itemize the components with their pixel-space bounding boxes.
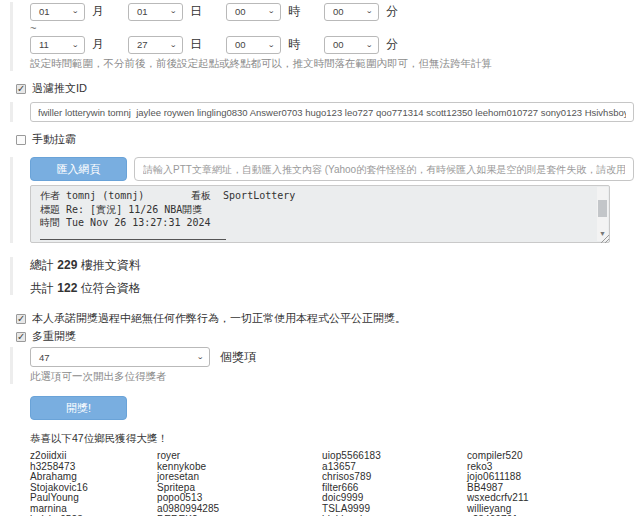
chevron-down-icon: ⌄	[267, 41, 275, 48]
manual-slot-checkbox[interactable]	[16, 135, 26, 145]
start-day-select[interactable]: 01 ⌄	[128, 3, 183, 21]
winner-name: willieyang	[467, 504, 634, 515]
time-range-end-row: 11 ⌄ 月 27 ⌄ 日 00 ⌄ 時 00 ⌄ 分	[30, 35, 634, 54]
import-section: 匯入網頁 作者 tomnj (tomnj) 看板 SportLottery 標題…	[10, 157, 634, 243]
end-month-select[interactable]: 11 ⌄	[30, 36, 85, 54]
chevron-down-icon: ⌄	[169, 41, 177, 48]
winner-column: uiop5566183a13657chrisos789filter666doic…	[322, 451, 467, 516]
chevron-down-icon: ⌄	[267, 8, 275, 15]
end-day-value: 27	[137, 39, 148, 50]
prize-count-suffix: 個獎項	[220, 349, 256, 366]
article-divider	[40, 230, 226, 240]
totals-section: 總計 229 樓推文資料 共計 122 位符合資格	[10, 257, 634, 295]
month-label: 月	[92, 36, 104, 53]
day-label: 日	[190, 36, 202, 53]
minute-label: 分	[386, 36, 398, 53]
multi-draw-row: 多重開獎	[16, 329, 634, 344]
import-row: 匯入網頁	[30, 157, 634, 181]
hour-label: 時	[288, 36, 300, 53]
draw-button[interactable]: 開獎!	[30, 396, 127, 420]
time-range-section: 01 ⌄ 月 01 ⌄ 日 00 ⌄ 時 00 ⌄ 分 ~ 11	[10, 2, 634, 71]
end-day-select[interactable]: 27 ⌄	[128, 36, 183, 54]
start-minute-select[interactable]: 00 ⌄	[324, 3, 379, 21]
start-hour-value: 00	[235, 6, 246, 17]
article-content-textarea[interactable]: 作者 tomnj (tomnj) 看板 SportLottery 標題 Re: …	[30, 185, 610, 243]
manual-slot-label: 手動拉霸	[32, 132, 76, 147]
winners-headline: 恭喜以下47位鄉民獲得大獎！	[30, 432, 634, 446]
winner-name: z2oiidxii	[30, 451, 157, 462]
start-minute-value: 00	[333, 6, 344, 17]
winners-grid: z2oiidxiih3258473AbrahamgStojakovic16Pau…	[30, 451, 634, 516]
draw-button-block: 開獎!	[10, 396, 634, 420]
winner-name: royer	[157, 451, 322, 462]
multi-draw-label: 多重開獎	[32, 329, 76, 344]
end-minute-select[interactable]: 00 ⌄	[324, 36, 379, 54]
winner-column: compiler520reko3jojo0611188BB4987wsxedcr…	[467, 451, 634, 516]
winner-name: uiop5566183	[322, 451, 467, 462]
eligible-count: 122	[57, 281, 77, 295]
end-hour-select[interactable]: 00 ⌄	[226, 36, 281, 54]
minute-label: 分	[386, 3, 398, 20]
hour-label: 時	[288, 3, 300, 20]
multi-draw-checkbox[interactable]	[16, 332, 26, 342]
time-range-hint: 設定時間範圍，不分前後，前後設定起點或終點都可以，推文時間落在範圍內即可，但無法…	[30, 57, 634, 71]
prize-count-select[interactable]: 47 ⌄	[30, 347, 210, 367]
prize-count-value: 47	[39, 352, 50, 363]
winner-name: marnina	[30, 504, 157, 515]
filter-pushid-checkbox[interactable]	[16, 84, 26, 94]
pledge-label: 本人承諾開獎過程中絕無任何作弊行為，一切正常使用本程式公平公正開獎。	[32, 311, 406, 326]
lottery-tool-page: 01 ⌄ 月 01 ⌄ 日 00 ⌄ 時 00 ⌄ 分 ~ 11	[0, 0, 640, 516]
chevron-down-icon: ⌄	[71, 41, 79, 48]
filter-pushid-input[interactable]	[30, 102, 634, 122]
manual-slot-row: 手動拉霸	[16, 132, 634, 147]
winner-name: a0980994285	[157, 504, 322, 515]
scrollbar-thumb[interactable]	[598, 200, 607, 217]
range-separator: ~	[30, 22, 634, 34]
article-title: 標題 Re: [實況] 11/26 NBA開獎	[40, 203, 591, 217]
winner-column: z2oiidxiih3258473AbrahamgStojakovic16Pau…	[30, 451, 157, 516]
filter-pushid-row: 過濾推文ID	[16, 81, 634, 96]
winner-name: TSLA9999	[322, 504, 467, 515]
winner-name: compiler520	[467, 451, 634, 462]
chevron-down-icon: ⌄	[169, 8, 177, 15]
chevron-down-icon: ⌄	[365, 41, 373, 48]
pledge-checkbox[interactable]	[16, 314, 26, 324]
day-label: 日	[190, 3, 202, 20]
textarea-scrollbar[interactable]: ▼	[597, 187, 608, 241]
chevron-down-icon: ⌄	[71, 8, 79, 15]
end-hour-value: 00	[235, 39, 246, 50]
pledge-row: 本人承諾開獎過程中絕無任何作弊行為，一切正常使用本程式公平公正開獎。	[16, 311, 634, 326]
time-range-start-row: 01 ⌄ 月 01 ⌄ 日 00 ⌄ 時 00 ⌄ 分	[30, 2, 634, 21]
filter-input-block	[10, 102, 634, 122]
filter-pushid-label: 過濾推文ID	[32, 81, 87, 96]
start-month-select[interactable]: 01 ⌄	[30, 3, 85, 21]
total-comments-text: 總計 229 樓推文資料	[30, 257, 634, 272]
article-board: 看板 SportLottery	[191, 189, 295, 203]
chevron-down-icon: ⌄	[196, 353, 204, 360]
eligible-count-text: 共計 122 位符合資格	[30, 280, 634, 295]
end-month-value: 11	[39, 39, 49, 50]
article-time: 時間 Tue Nov 26 13:27:31 2024	[40, 216, 591, 230]
prize-count-row: 47 ⌄ 個獎項	[30, 347, 634, 367]
article-header-line: 作者 tomnj (tomnj) 看板 SportLottery	[40, 189, 591, 203]
start-hour-select[interactable]: 00 ⌄	[226, 3, 281, 21]
chevron-down-icon: ⌄	[365, 8, 373, 15]
prize-count-section: 47 ⌄ 個獎項 此選項可一次開出多位得獎者	[10, 347, 634, 384]
end-minute-value: 00	[333, 39, 344, 50]
month-label: 月	[92, 3, 104, 20]
start-month-value: 01	[39, 6, 50, 17]
start-day-value: 01	[137, 6, 148, 17]
total-comments-count: 229	[57, 258, 77, 272]
winner-column: royerkennykobejoresetanSpritepapopo0513a…	[157, 451, 322, 516]
article-url-input[interactable]	[134, 157, 634, 181]
article-author: 作者 tomnj (tomnj)	[40, 189, 191, 203]
import-page-button[interactable]: 匯入網頁	[30, 157, 127, 181]
prize-count-hint: 此選項可一次開出多位得獎者	[30, 370, 634, 384]
